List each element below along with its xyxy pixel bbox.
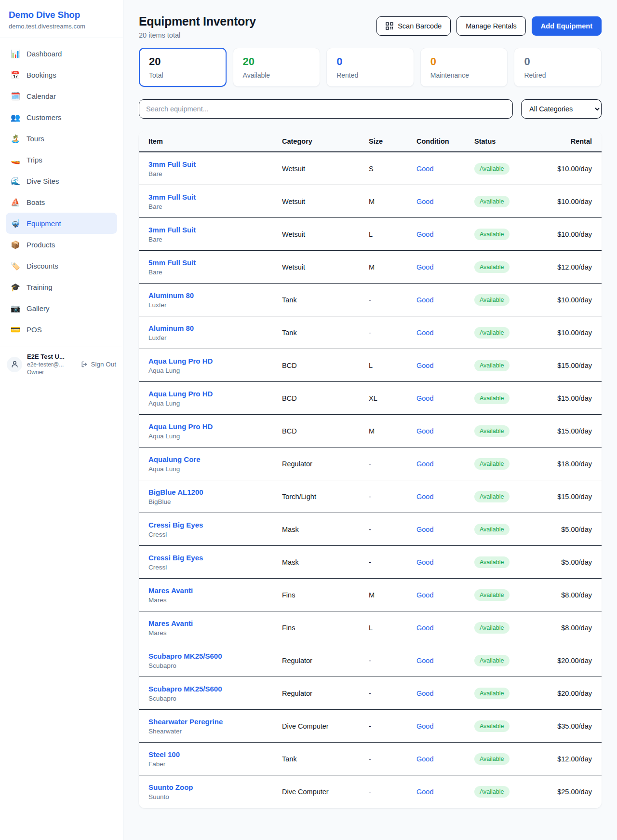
- item-link[interactable]: Mares Avanti: [148, 619, 282, 627]
- condition-link[interactable]: Good: [416, 230, 474, 238]
- table-row: 3mm Full SuitBareWetsuitMGoodAvailable$1…: [139, 185, 602, 218]
- stat-card-retired[interactable]: 0Retired: [514, 48, 602, 87]
- cell-status: Available: [474, 327, 547, 339]
- condition-link[interactable]: Good: [416, 624, 474, 632]
- item-link[interactable]: Scubapro MK25/S600: [148, 652, 282, 660]
- search-input[interactable]: [139, 99, 513, 119]
- condition-link[interactable]: Good: [416, 198, 474, 205]
- condition-link[interactable]: Good: [416, 493, 474, 501]
- item-link[interactable]: 3mm Full Suit: [148, 160, 282, 168]
- cell-size: L: [369, 230, 416, 238]
- sidebar-item-gallery[interactable]: 📷Gallery: [6, 298, 117, 319]
- condition-link[interactable]: Good: [416, 394, 474, 402]
- stat-label: Retired: [524, 71, 591, 79]
- sidebar-item-label: Trips: [27, 156, 42, 164]
- scan-barcode-button[interactable]: Scan Barcode: [376, 16, 451, 36]
- item-brand: Cressi: [148, 531, 282, 538]
- cell-rental: $15.00/day: [547, 493, 592, 501]
- table-row: Cressi Big EyesCressiMask-GoodAvailable$…: [139, 513, 602, 546]
- sidebar-item-dive-sites[interactable]: 🌊Dive Sites: [6, 170, 117, 191]
- item-link[interactable]: Cressi Big Eyes: [148, 554, 282, 562]
- column-header-category: Category: [282, 137, 369, 145]
- item-brand: Bare: [148, 236, 282, 243]
- condition-link[interactable]: Good: [416, 329, 474, 337]
- cell-rental: $10.00/day: [547, 230, 592, 238]
- condition-link[interactable]: Good: [416, 788, 474, 796]
- stat-card-total[interactable]: 20Total: [139, 48, 227, 87]
- cell-rental: $10.00/day: [547, 296, 592, 304]
- item-link[interactable]: Steel 100: [148, 750, 282, 759]
- sidebar-item-training[interactable]: 🎓Training: [6, 276, 117, 298]
- island-icon: 🏝️: [11, 134, 20, 143]
- item-link[interactable]: Aqua Lung Pro HD: [148, 357, 282, 365]
- category-filter[interactable]: All Categories: [521, 99, 602, 119]
- item-link[interactable]: Suunto Zoop: [148, 783, 282, 791]
- condition-link[interactable]: Good: [416, 558, 474, 566]
- item-link[interactable]: Aqua Lung Pro HD: [148, 390, 282, 398]
- condition-link[interactable]: Good: [416, 526, 474, 533]
- sidebar-item-products[interactable]: 📦Products: [6, 234, 117, 255]
- cell-item: Aqua Lung Pro HDAqua Lung: [148, 422, 282, 440]
- item-link[interactable]: 3mm Full Suit: [148, 226, 282, 234]
- sidebar-item-boats[interactable]: ⛵Boats: [6, 191, 117, 213]
- sign-out-button[interactable]: Sign Out: [80, 361, 116, 368]
- condition-link[interactable]: Good: [416, 690, 474, 697]
- sidebar-nav: 📊Dashboard📅Bookings🗓️Calendar👥Customers🏝…: [0, 38, 123, 343]
- sidebar-item-pos[interactable]: 💳POS: [6, 319, 117, 340]
- sidebar-item-tours[interactable]: 🏝️Tours: [6, 128, 117, 149]
- item-link[interactable]: Shearwater Peregrine: [148, 718, 282, 726]
- condition-link[interactable]: Good: [416, 722, 474, 730]
- item-link[interactable]: Aqua Lung Pro HD: [148, 422, 282, 431]
- status-badge: Available: [474, 458, 510, 470]
- cell-item: BigBlue AL1200BigBlue: [148, 488, 282, 505]
- manage-rentals-button[interactable]: Manage Rentals: [456, 16, 526, 36]
- add-equipment-button[interactable]: Add Equipment: [532, 16, 602, 36]
- condition-link[interactable]: Good: [416, 427, 474, 435]
- sidebar-item-bookings[interactable]: 📅Bookings: [6, 64, 117, 85]
- item-link[interactable]: Aqualung Core: [148, 455, 282, 463]
- stat-card-rented[interactable]: 0Rented: [326, 48, 414, 87]
- cell-category: Wetsuit: [282, 263, 369, 271]
- cell-status: Available: [474, 261, 547, 273]
- condition-link[interactable]: Good: [416, 296, 474, 304]
- cell-status: Available: [474, 622, 547, 634]
- condition-link[interactable]: Good: [416, 460, 474, 468]
- cell-category: Dive Computer: [282, 788, 369, 796]
- condition-link[interactable]: Good: [416, 263, 474, 271]
- condition-link[interactable]: Good: [416, 165, 474, 173]
- cell-item: Aluminum 80Luxfer: [148, 324, 282, 341]
- sidebar-item-calendar[interactable]: 🗓️Calendar: [6, 85, 117, 107]
- sidebar-item-equipment[interactable]: 🤿Equipment: [6, 213, 117, 234]
- sign-out-label: Sign Out: [91, 361, 116, 368]
- cell-rental: $10.00/day: [547, 198, 592, 205]
- barcode-icon: [386, 22, 393, 30]
- sidebar-item-trips[interactable]: 🚤Trips: [6, 149, 117, 170]
- sign-out-icon: [80, 361, 88, 368]
- sidebar-item-dashboard[interactable]: 📊Dashboard: [6, 43, 117, 64]
- stat-card-maintenance[interactable]: 0Maintenance: [420, 48, 508, 87]
- sidebar-item-discounts[interactable]: 🏷️Discounts: [6, 255, 117, 276]
- condition-link[interactable]: Good: [416, 362, 474, 369]
- sidebar-item-customers[interactable]: 👥Customers: [6, 107, 117, 128]
- cell-size: -: [369, 526, 416, 533]
- condition-link[interactable]: Good: [416, 657, 474, 664]
- cell-category: Wetsuit: [282, 230, 369, 238]
- item-brand: Bare: [148, 170, 282, 177]
- cell-category: Wetsuit: [282, 198, 369, 205]
- sidebar-item-label: Calendar: [27, 92, 56, 100]
- header-actions: Scan Barcode Manage Rentals Add Equipmen…: [376, 16, 602, 36]
- item-link[interactable]: Mares Avanti: [148, 586, 282, 595]
- condition-link[interactable]: Good: [416, 755, 474, 763]
- item-link[interactable]: Aluminum 80: [148, 291, 282, 299]
- item-link[interactable]: BigBlue AL1200: [148, 488, 282, 496]
- item-link[interactable]: Aluminum 80: [148, 324, 282, 332]
- status-badge: Available: [474, 491, 510, 502]
- condition-link[interactable]: Good: [416, 591, 474, 599]
- cell-status: Available: [474, 589, 547, 601]
- item-link[interactable]: 3mm Full Suit: [148, 193, 282, 201]
- item-link[interactable]: Cressi Big Eyes: [148, 521, 282, 529]
- cell-category: Dive Computer: [282, 722, 369, 730]
- item-link[interactable]: 5mm Full Suit: [148, 258, 282, 267]
- stat-card-available[interactable]: 20Available: [233, 48, 321, 87]
- item-link[interactable]: Scubapro MK25/S600: [148, 685, 282, 693]
